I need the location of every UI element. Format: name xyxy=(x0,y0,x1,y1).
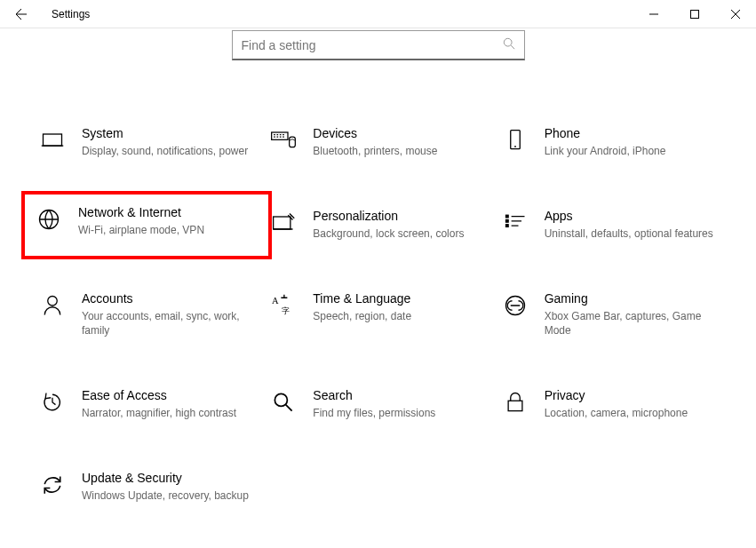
tile-title: Devices xyxy=(313,126,485,140)
tile-search[interactable]: SearchFind my files, permissions xyxy=(267,385,489,425)
apps-icon xyxy=(502,209,529,235)
search-icon xyxy=(270,388,297,415)
window-controls xyxy=(633,0,756,28)
minimize-button[interactable] xyxy=(633,0,674,28)
search-icon xyxy=(503,37,515,53)
window-title: Settings xyxy=(43,8,90,20)
tile-title: Gaming xyxy=(545,291,717,306)
svg-point-11 xyxy=(48,296,58,306)
search-box[interactable] xyxy=(232,30,525,60)
tile-title: Time & Language xyxy=(313,291,485,306)
tile-description: Background, lock screen, colors xyxy=(313,226,485,242)
tile-title: Privacy xyxy=(545,388,717,402)
system-icon xyxy=(39,126,66,153)
search-input[interactable] xyxy=(242,38,503,52)
tile-title: Ease of Access xyxy=(82,388,254,402)
back-button[interactable] xyxy=(0,0,43,28)
tile-title: Network & Internet xyxy=(78,205,258,219)
tile-ease[interactable]: Ease of AccessNarrator, magnifier, high … xyxy=(36,385,258,425)
tile-description: Windows Update, recovery, backup xyxy=(82,488,254,504)
tile-network[interactable]: Network & InternetWi-Fi, airplane mode, … xyxy=(21,191,272,259)
tile-update[interactable]: Update & SecurityWindows Update, recover… xyxy=(36,467,258,507)
tile-text: Network & InternetWi-Fi, airplane mode, … xyxy=(62,205,258,238)
tile-text: Ease of AccessNarrator, magnifier, high … xyxy=(66,388,254,421)
titlebar: Settings xyxy=(0,0,756,28)
maximize-button[interactable] xyxy=(674,0,715,28)
tile-gaming[interactable]: GamingXbox Game Bar, captures, Game Mode xyxy=(498,288,720,343)
settings-grid: SystemDisplay, sound, notifications, pow… xyxy=(0,78,756,525)
tile-text: Time & LanguageSpeech, region, date xyxy=(297,291,485,324)
tile-text: GamingXbox Game Bar, captures, Game Mode xyxy=(529,291,717,339)
tile-text: SystemDisplay, sound, notifications, pow… xyxy=(66,126,254,159)
tile-description: Uninstall, defaults, optional features xyxy=(545,226,717,242)
tile-text: PersonalizationBackground, lock screen, … xyxy=(297,209,485,242)
tile-description: Speech, region, date xyxy=(313,309,485,324)
svg-rect-16 xyxy=(508,401,522,410)
tile-phone[interactable]: PhoneLink your Android, iPhone xyxy=(498,123,720,163)
svg-rect-3 xyxy=(272,132,288,139)
gaming-icon xyxy=(502,291,529,318)
tile-system[interactable]: SystemDisplay, sound, notifications, pow… xyxy=(36,123,258,163)
tile-title: Personalization xyxy=(313,209,485,223)
tile-personalization[interactable]: PersonalizationBackground, lock screen, … xyxy=(267,205,489,245)
tile-title: Search xyxy=(313,388,485,402)
tile-title: Apps xyxy=(545,209,717,223)
tile-description: Your accounts, email, sync, work, family xyxy=(82,309,254,339)
tile-title: Update & Security xyxy=(82,471,254,485)
ease-icon xyxy=(39,388,66,415)
tile-devices[interactable]: DevicesBluetooth, printers, mouse xyxy=(267,123,489,163)
svg-rect-2 xyxy=(44,134,62,146)
tile-description: Link your Android, iPhone xyxy=(545,144,717,159)
personalization-icon xyxy=(270,209,297,235)
tile-text: PrivacyLocation, camera, microphone xyxy=(529,388,717,421)
tile-title: Phone xyxy=(545,126,717,140)
svg-text:字: 字 xyxy=(283,306,290,314)
svg-text:A: A xyxy=(272,296,279,306)
svg-point-15 xyxy=(275,394,288,407)
tile-title: Accounts xyxy=(82,291,254,306)
svg-rect-7 xyxy=(274,217,290,229)
search-container xyxy=(0,28,756,78)
tile-accounts[interactable]: AccountsYour accounts, email, sync, work… xyxy=(36,288,258,343)
svg-rect-8 xyxy=(505,215,508,218)
maximize-icon xyxy=(690,10,699,19)
tile-text: Update & SecurityWindows Update, recover… xyxy=(66,471,254,504)
privacy-icon xyxy=(502,388,529,415)
tile-description: Location, camera, microphone xyxy=(545,406,717,421)
phone-icon xyxy=(502,126,529,153)
svg-rect-4 xyxy=(290,137,296,147)
tile-description: Wi-Fi, airplane mode, VPN xyxy=(78,223,258,238)
network-icon xyxy=(36,205,62,232)
time-icon: A字 xyxy=(270,291,297,318)
svg-rect-0 xyxy=(691,10,699,18)
tile-title: System xyxy=(82,126,254,140)
tile-description: Display, sound, notifications, power xyxy=(82,144,254,159)
svg-rect-9 xyxy=(505,219,508,222)
tile-description: Xbox Game Bar, captures, Game Mode xyxy=(545,309,717,339)
tile-description: Bluetooth, printers, mouse xyxy=(313,144,485,159)
accounts-icon xyxy=(39,291,66,318)
back-arrow-icon xyxy=(14,7,28,21)
devices-icon xyxy=(270,126,297,155)
tile-description: Narrator, magnifier, high contrast xyxy=(82,406,254,421)
tile-description: Find my files, permissions xyxy=(313,406,485,421)
close-icon xyxy=(731,10,740,19)
tile-text: AppsUninstall, defaults, optional featur… xyxy=(529,209,717,242)
tile-text: DevicesBluetooth, printers, mouse xyxy=(297,126,485,159)
tile-text: PhoneLink your Android, iPhone xyxy=(529,126,717,159)
update-icon xyxy=(39,471,66,497)
tile-apps[interactable]: AppsUninstall, defaults, optional featur… xyxy=(498,205,720,245)
svg-rect-10 xyxy=(505,225,508,227)
tile-privacy[interactable]: PrivacyLocation, camera, microphone xyxy=(498,385,720,425)
tile-time[interactable]: A字Time & LanguageSpeech, region, date xyxy=(267,288,489,343)
svg-point-1 xyxy=(504,38,512,46)
close-button[interactable] xyxy=(715,0,756,28)
minimize-icon xyxy=(649,10,658,19)
tile-text: SearchFind my files, permissions xyxy=(297,388,485,421)
tile-text: AccountsYour accounts, email, sync, work… xyxy=(66,291,254,339)
